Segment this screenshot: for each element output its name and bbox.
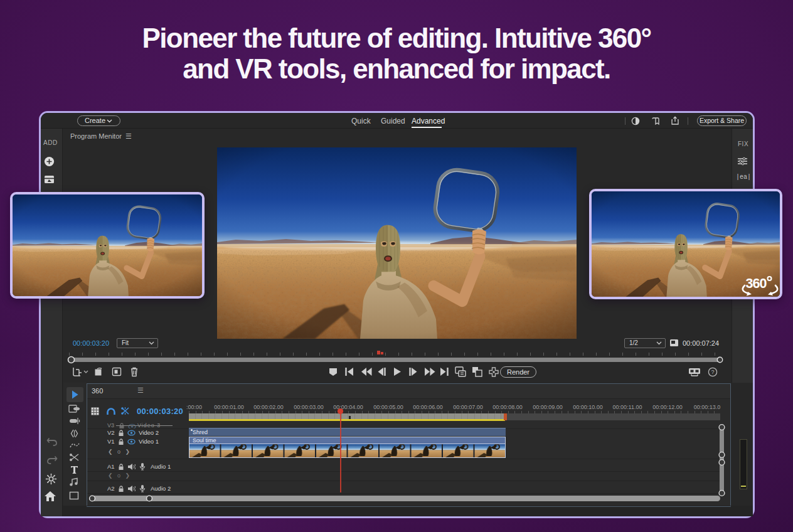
svg-text:?: ? xyxy=(711,369,714,375)
svg-text:360: 360 xyxy=(746,276,767,291)
